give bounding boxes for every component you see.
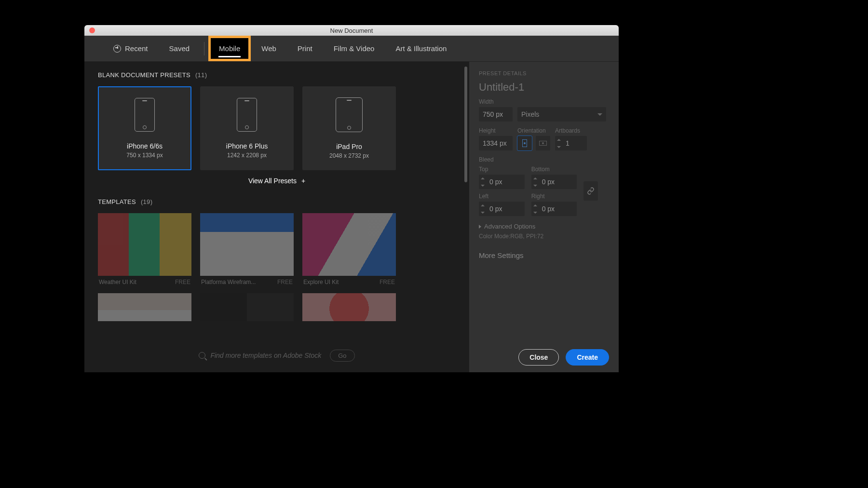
tab-art-illustration[interactable]: Art & Illustration [385,36,457,61]
preset-card-iphone6[interactable]: iPhone 6/6s 750 x 1334 px [98,86,191,170]
preset-card-ipadpro[interactable]: iPad Pro 2048 x 2732 px [302,86,396,170]
presets-count: (11) [195,71,207,79]
artboards-label: Artboards [555,127,587,134]
search-icon [199,352,205,359]
template-thumb [200,213,294,276]
tab-saved[interactable]: Saved [159,36,201,61]
preset-name: iPad Pro [336,143,362,150]
portrait-icon [522,139,527,147]
tab-label: Mobile [219,44,240,53]
bleed-left-stepper[interactable] [479,202,525,216]
templates-count: (19) [141,198,152,205]
template-card[interactable] [302,293,396,321]
plus-icon: + [301,177,305,185]
go-button[interactable]: Go [330,350,354,362]
bleed-bottom-input[interactable] [539,178,566,186]
landscape-icon [539,141,547,146]
step-down-icon[interactable] [555,143,563,150]
templates-section: Weather UI Kit FREE Platforma Wirefram..… [98,213,456,321]
tab-divider [204,42,204,55]
template-thumb [98,293,191,321]
tab-label: Film & Video [334,44,375,53]
tab-label: Recent [125,44,148,53]
units-select[interactable]: Pixels [517,107,606,122]
tab-label: Saved [169,44,190,53]
tab-web[interactable]: Web [251,36,287,61]
dialog-footer: Close Create [479,343,609,366]
link-bleed-toggle[interactable] [583,181,598,201]
preset-row: iPhone 6/6s 750 x 1334 px iPhone 6 Plus … [98,86,456,170]
presets-heading: BLANK DOCUMENT PRESETS (11) [98,71,456,79]
more-settings-button[interactable]: More Settings [479,251,609,259]
bleed-top-label: Top [479,166,525,173]
width-input[interactable] [479,107,513,122]
advanced-label: Advanced Options [484,223,535,230]
artboards-stepper[interactable] [555,136,587,150]
preset-details-heading: PRESET DETAILS [479,70,609,76]
template-card[interactable] [200,293,294,321]
phone-icon [237,98,257,132]
chevron-down-icon [597,113,602,116]
preset-dim: 1242 x 2208 px [227,152,267,159]
presets-heading-text: BLANK DOCUMENT PRESETS [98,71,190,79]
main-scroll[interactable]: BLANK DOCUMENT PRESETS (11) iPhone 6/6s … [98,71,469,372]
more-settings-label: More Settings [479,251,524,259]
view-all-presets[interactable]: View All Presets + [98,177,456,185]
tab-label: Art & Illustration [395,44,447,53]
bleed-bottom-label: Bottom [531,166,577,173]
template-card[interactable]: Explore UI Kit FREE [302,213,396,288]
template-price: FREE [277,279,293,285]
orientation-landscape[interactable] [536,136,550,150]
template-row [98,293,456,321]
color-mode-summary: Color Mode:RGB, PPI:72 [479,233,609,240]
orientation-portrait[interactable] [517,136,532,150]
tab-film-video[interactable]: Film & Video [323,36,385,61]
step-up-icon[interactable] [555,136,563,143]
bleed-bottom-stepper[interactable] [531,175,577,189]
bleed-top-input[interactable] [487,178,514,186]
tab-label: Web [261,44,276,53]
tab-label: Print [298,44,312,53]
templates-heading: TEMPLATES (19) [98,198,456,205]
window-title: New Document [84,27,619,34]
scrollbar[interactable] [464,67,467,367]
advanced-options-toggle[interactable]: Advanced Options [479,223,609,230]
template-card[interactable]: Platforma Wirefram... FREE [200,213,294,288]
preset-name: iPhone 6/6s [127,142,163,150]
orientation-label: Orientation [517,127,550,134]
tab-recent[interactable]: Recent [84,36,159,61]
template-thumb [200,293,294,321]
scrollbar-thumb[interactable] [464,67,467,182]
tablet-icon [336,97,363,132]
close-label: Close [529,353,548,361]
phone-icon [135,98,155,132]
bleed-right-stepper[interactable] [531,202,577,216]
template-row: Weather UI Kit FREE Platforma Wirefram..… [98,213,456,288]
category-tabbar: Recent Saved Mobile Web Print Film & Vid… [84,36,619,62]
bleed-left-input[interactable] [487,205,514,213]
template-thumb [302,213,396,276]
preset-card-iphone6plus[interactable]: iPhone 6 Plus 1242 x 2208 px [200,86,294,170]
preset-dim: 2048 x 2732 px [329,152,369,159]
main-panel: BLANK DOCUMENT PRESETS (11) iPhone 6/6s … [84,62,469,372]
tab-mobile[interactable]: Mobile [208,36,251,61]
bleed-top-stepper[interactable] [479,175,525,189]
bleed-right-input[interactable] [539,205,566,213]
create-label: Create [577,353,598,361]
clock-icon [113,45,121,53]
template-thumb [302,293,396,321]
create-button[interactable]: Create [566,349,609,366]
tab-print[interactable]: Print [287,36,323,61]
template-name: Weather UI Kit [99,279,136,285]
template-name: Platforma Wirefram... [201,279,256,285]
document-name-field[interactable]: Untitled-1 [479,81,609,94]
close-button[interactable]: Close [518,349,559,366]
view-all-label: View All Presets [248,177,297,185]
artboards-input[interactable] [563,139,587,147]
template-thumb [98,213,191,276]
height-input[interactable] [479,136,513,150]
template-card[interactable] [98,293,191,321]
stock-search-input[interactable]: Find more templates on Adobe Stock [199,352,321,359]
template-card[interactable]: Weather UI Kit FREE [98,213,191,288]
go-label: Go [338,352,346,359]
